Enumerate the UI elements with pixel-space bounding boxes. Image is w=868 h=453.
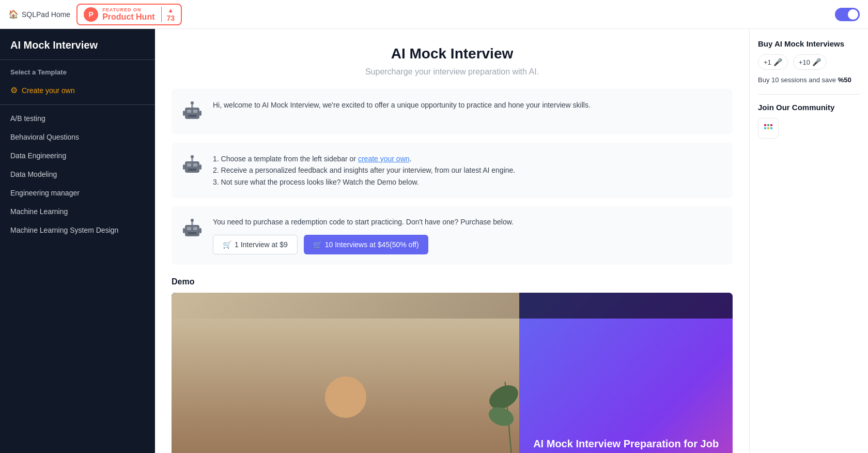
theme-toggle[interactable] — [835, 8, 860, 21]
svg-rect-10 — [193, 163, 197, 167]
gear-icon: ⚙ — [10, 85, 18, 95]
buy-ten-chip[interactable]: +10 🎤 — [793, 54, 827, 70]
purchase-buttons: 🛒 1 Interview at $9 🛒 10 Interviews at $… — [213, 235, 514, 254]
sidebar-item-label: Machine Learning — [10, 207, 68, 216]
sidebar-item-machine-learning[interactable]: Machine Learning — [0, 202, 155, 221]
buy-options: +1 🎤 +10 🎤 — [758, 54, 860, 70]
sidebar-item-create-own[interactable]: ⚙ Create your own — [0, 80, 155, 100]
sidebar-item-label: Data Modeling — [10, 170, 57, 178]
page-subtitle: Supercharge your interview preparation w… — [172, 67, 733, 77]
sidebar-item-behavioral[interactable]: Behavioral Questions — [0, 128, 155, 146]
buy-save-text: Buy 10 sessions and save %50 — [758, 76, 860, 84]
svg-rect-29 — [770, 127, 772, 129]
chip1-label: +1 — [764, 58, 771, 66]
purchase-card: You need to purchase a redemption code t… — [172, 206, 733, 265]
ph-name-label: Product Hunt — [102, 12, 154, 22]
mic-icon-1: 🎤 — [773, 58, 782, 66]
svg-rect-1 — [187, 110, 191, 113]
sidebar-divider-1 — [0, 104, 155, 105]
sidebar-section-title: Select a Template — [0, 60, 155, 80]
svg-rect-6 — [183, 111, 185, 116]
svg-rect-17 — [187, 227, 191, 230]
ph-arrow-icon: ▲ — [167, 7, 174, 14]
main-content: AI Mock Interview Supercharge your inter… — [155, 29, 749, 453]
chip2-label: +10 — [799, 58, 810, 66]
save-highlight: %50 — [838, 76, 851, 84]
demo-label: Demo — [172, 277, 733, 286]
home-link[interactable]: 🏠 SQLPad Home — [8, 9, 70, 19]
sidebar-item-label: Data Engineering — [10, 152, 66, 160]
svg-rect-14 — [183, 164, 185, 170]
sidebar: AI Mock Interview Select a Template ⚙ Cr… — [0, 29, 155, 453]
bulk-interview-label: 10 Interviews at $45(50% off) — [325, 240, 419, 249]
nav-left: 🏠 SQLPad Home P FEATURED ON Product Hunt… — [8, 4, 182, 25]
welcome-card: Hi, welcome to AI Mock Interview, we're … — [172, 89, 733, 134]
community-section-title: Join Our Community — [758, 103, 860, 112]
video-right-text: AI Mock Interview Preparation for Job Se… — [530, 436, 722, 453]
purchase-text: You need to purchase a redemption code t… — [213, 217, 514, 228]
cart-icon-2: 🛒 — [313, 240, 322, 249]
sidebar-logo: AI Mock Interview — [0, 29, 155, 60]
sidebar-item-data-engineering[interactable]: Data Engineering — [0, 146, 155, 165]
single-interview-label: 1 Interview at $9 — [235, 240, 288, 249]
svg-point-13 — [191, 155, 194, 158]
sidebar-item-label: A/B testing — [10, 114, 45, 123]
ph-text-block: FEATURED ON Product Hunt — [102, 7, 154, 22]
svg-rect-19 — [188, 232, 196, 234]
svg-rect-18 — [193, 227, 197, 230]
toggle-knob — [848, 9, 858, 20]
panel-divider — [758, 94, 860, 95]
robot-icon-1 — [180, 99, 205, 124]
create-own-link[interactable]: create your own — [358, 155, 410, 163]
svg-rect-7 — [199, 111, 202, 116]
svg-rect-24 — [764, 124, 766, 126]
video-left — [172, 293, 519, 453]
svg-point-21 — [191, 219, 194, 222]
svg-rect-2 — [193, 110, 197, 113]
video-container[interactable]: 👤 Interview AI Demo ↗ Share — [172, 293, 733, 453]
sidebar-item-label: Machine Learning System Design — [10, 226, 118, 234]
ph-logo: P — [84, 7, 98, 22]
sidebar-item-data-modeling[interactable]: Data Modeling — [0, 165, 155, 184]
svg-rect-11 — [188, 169, 196, 171]
svg-rect-23 — [199, 228, 202, 233]
ph-featured-label: FEATURED ON — [102, 7, 154, 12]
demo-section: Demo 👤 Interview AI Demo ↗ Share — [172, 277, 733, 453]
main-layout: AI Mock Interview Select a Template ⚙ Cr… — [0, 29, 868, 453]
svg-rect-0 — [185, 108, 199, 119]
bulk-interview-button[interactable]: 🛒 10 Interviews at $45(50% off) — [304, 235, 428, 254]
mic-icon-2: 🎤 — [812, 58, 821, 66]
instruction-line-3: 3. Not sure what the process looks like?… — [213, 176, 515, 188]
instructions-card: 1. Choose a template from the left sideb… — [172, 143, 733, 198]
svg-rect-3 — [188, 115, 196, 117]
svg-rect-8 — [185, 161, 199, 173]
page-title: AI Mock Interview — [172, 46, 733, 62]
ph-count-block: ▲ 73 — [161, 7, 175, 22]
sidebar-item-ab-testing[interactable]: A/B testing — [0, 109, 155, 128]
purchase-content: You need to purchase a redemption code t… — [213, 217, 514, 254]
svg-rect-22 — [183, 228, 185, 233]
instruction-line-1: 1. Choose a template from the left sideb… — [213, 153, 515, 164]
buy-section-title: Buy AI Mock Interviews — [758, 39, 860, 48]
svg-rect-16 — [185, 225, 199, 236]
top-nav: 🏠 SQLPad Home P FEATURED ON Product Hunt… — [0, 0, 868, 29]
robot-icon-2 — [180, 153, 205, 178]
slack-icon[interactable] — [758, 118, 779, 139]
sidebar-item-ml-system-design[interactable]: Machine Learning System Design — [0, 221, 155, 239]
single-interview-button[interactable]: 🛒 1 Interview at $9 — [213, 235, 298, 254]
robot-icon-3 — [180, 217, 205, 241]
sidebar-item-label: Behavioral Questions — [10, 133, 79, 141]
svg-point-5 — [191, 101, 194, 104]
home-label: SQLPad Home — [22, 10, 70, 19]
right-panel: Buy AI Mock Interviews +1 🎤 +10 🎤 Buy 10… — [749, 29, 868, 453]
svg-rect-15 — [199, 164, 202, 170]
home-icon: 🏠 — [8, 9, 19, 19]
svg-rect-25 — [764, 127, 766, 129]
sidebar-item-engineering-manager[interactable]: Engineering manager — [0, 184, 155, 202]
svg-rect-26 — [767, 124, 769, 126]
cart-icon-1: 🛒 — [223, 240, 231, 249]
instructions-text: 1. Choose a template from the left sideb… — [213, 153, 515, 188]
buy-one-chip[interactable]: +1 🎤 — [758, 54, 788, 70]
product-hunt-badge[interactable]: P FEATURED ON Product Hunt ▲ 73 — [76, 4, 182, 25]
svg-rect-27 — [767, 127, 769, 129]
